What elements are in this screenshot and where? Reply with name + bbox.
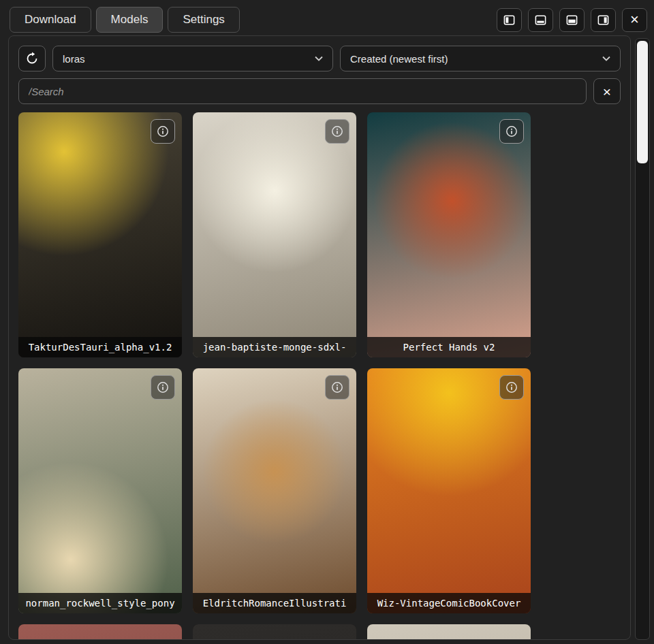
sort-order-value: Created (newest first)	[350, 53, 448, 65]
model-thumbnail	[18, 112, 182, 357]
model-thumbnail	[193, 624, 356, 640]
tab-download[interactable]: Download	[10, 7, 91, 33]
search-row: ×	[18, 78, 621, 104]
close-icon: ×	[603, 84, 611, 99]
app-window: Download Models Settings	[0, 0, 654, 644]
layout-panel-right-button[interactable]	[591, 8, 616, 32]
close-icon: ×	[630, 12, 639, 27]
info-icon	[330, 381, 344, 394]
panel-bottom-fill-icon	[565, 14, 578, 27]
model-thumbnail	[193, 368, 356, 613]
model-card-partial[interactable]	[18, 624, 182, 640]
info-icon	[505, 125, 518, 138]
info-button[interactable]	[325, 119, 349, 144]
model-type-select[interactable]: loras	[52, 46, 333, 71]
model-card[interactable]: Perfect Hands v2	[367, 112, 531, 357]
model-thumbnail	[367, 624, 531, 640]
layout-panel-bottom-button[interactable]	[528, 8, 553, 32]
model-card[interactable]: norman_rockwell_style_pony	[18, 368, 182, 613]
layout-panel-bottom-fill-button[interactable]	[559, 8, 585, 32]
search-input[interactable]	[18, 78, 587, 104]
model-card[interactable]: TakturDesTauri_alpha_v1.2	[18, 112, 182, 357]
model-name: TakturDesTauri_alpha_v1.2	[18, 337, 182, 357]
clear-search-button[interactable]: ×	[593, 78, 621, 104]
sort-order-select[interactable]: Created (newest first)	[340, 46, 621, 71]
tab-settings[interactable]: Settings	[168, 7, 239, 33]
model-thumbnail	[367, 112, 531, 357]
info-icon	[156, 125, 170, 138]
model-card-grid: TakturDesTauri_alpha_v1.2 jean-baptiste-…	[18, 112, 621, 640]
refresh-button[interactable]	[18, 46, 46, 71]
model-card[interactable]: jean-baptiste-monge-sdxl-	[193, 112, 356, 357]
info-button[interactable]	[499, 375, 524, 400]
tab-models-label: Models	[111, 13, 149, 27]
model-thumbnail	[193, 112, 356, 357]
info-button[interactable]	[151, 375, 175, 400]
info-icon	[156, 381, 170, 394]
model-type-value: loras	[63, 53, 85, 65]
chevron-down-icon	[602, 56, 610, 61]
tab-settings-label: Settings	[183, 13, 224, 27]
tab-bar: Download Models Settings	[10, 6, 647, 33]
model-thumbnail	[367, 368, 531, 613]
model-card[interactable]: Wiz-VintageComicBookCover	[367, 368, 531, 613]
panel-left-icon	[503, 14, 516, 27]
scrollbar-track[interactable]	[635, 38, 650, 640]
model-thumbnail	[18, 368, 182, 613]
panel-bottom-icon	[534, 14, 547, 27]
model-name: Perfect Hands v2	[367, 337, 531, 357]
chevron-down-icon	[315, 56, 323, 61]
model-name: jean-baptiste-monge-sdxl-	[193, 337, 356, 357]
info-icon	[330, 125, 344, 138]
info-button[interactable]	[499, 119, 524, 144]
model-name: Wiz-VintageComicBookCover	[367, 593, 531, 613]
info-button[interactable]	[325, 375, 349, 400]
panel-right-icon	[597, 14, 610, 27]
model-name: EldritchRomanceIllustrati	[193, 593, 356, 613]
refresh-icon	[25, 52, 39, 65]
model-card[interactable]: EldritchRomanceIllustrati	[193, 368, 356, 613]
info-icon	[505, 381, 518, 394]
tab-download-label: Download	[25, 13, 76, 27]
tab-models[interactable]: Models	[96, 7, 164, 33]
model-card-partial[interactable]	[193, 624, 356, 640]
model-name: norman_rockwell_style_pony	[18, 593, 182, 613]
model-card-partial[interactable]	[367, 624, 531, 640]
info-button[interactable]	[151, 119, 175, 144]
models-panel: loras Created (newest first) ×	[8, 35, 631, 640]
close-button[interactable]: ×	[622, 8, 647, 32]
model-thumbnail	[18, 624, 182, 640]
toolbar: loras Created (newest first)	[18, 46, 621, 71]
scrollbar-thumb[interactable]	[637, 41, 648, 163]
layout-panel-left-button[interactable]	[497, 8, 522, 32]
